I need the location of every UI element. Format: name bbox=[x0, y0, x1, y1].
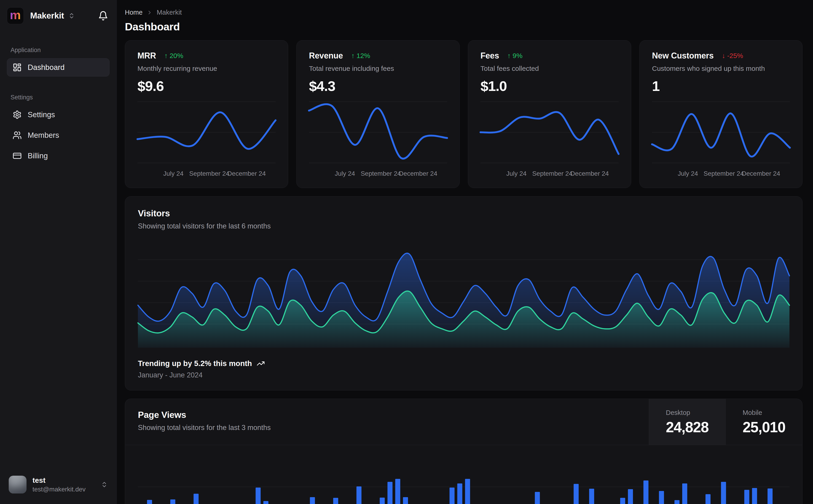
sidebar-item-members[interactable]: Members bbox=[7, 126, 109, 144]
stat-description: Total revenue including fees bbox=[309, 65, 447, 72]
chevron-right-icon bbox=[146, 10, 152, 16]
nav-section-settings: Settings bbox=[11, 94, 109, 101]
visitors-area-chart bbox=[138, 240, 789, 348]
mrr-x-axis: July 24September 24December 24 bbox=[137, 166, 276, 180]
logo-letter: m bbox=[10, 9, 21, 21]
axis-tick-label: December 24 bbox=[399, 170, 437, 177]
axis-tick-label: July 24 bbox=[506, 170, 527, 177]
page-views-subtitle: Showing total visitors for the last 3 mo… bbox=[138, 424, 636, 432]
stat-cards-row: MRR ↑ 20% Monthly recurring revenue $9.6… bbox=[125, 40, 802, 188]
page-title: Dashboard bbox=[125, 20, 802, 33]
workspace-selector[interactable]: m Makerkit bbox=[7, 7, 75, 24]
toggle-mobile[interactable]: Mobile 25,010 bbox=[725, 399, 802, 445]
visitors-subtitle: Showing total visitors for the last 6 mo… bbox=[138, 222, 789, 230]
visitors-title: Visitors bbox=[138, 208, 789, 218]
visitors-card: Visitors Showing total visitors for the … bbox=[125, 196, 802, 390]
page-views-title: Page Views bbox=[138, 410, 636, 420]
stat-title: MRR bbox=[137, 51, 156, 61]
arrow-up-icon: ↑ bbox=[164, 52, 167, 60]
toggle-desktop[interactable]: Desktop 24,828 bbox=[649, 399, 726, 445]
visitors-trend-text: Trending up by 5.2% this month bbox=[138, 359, 252, 368]
stat-value: 1 bbox=[652, 78, 790, 94]
users-icon bbox=[13, 131, 22, 140]
breadcrumb: Home Makerkit bbox=[125, 9, 802, 16]
arrow-down-icon: ↓ bbox=[722, 52, 725, 60]
stat-title: Revenue bbox=[309, 51, 343, 61]
breadcrumb-current: Makerkit bbox=[157, 9, 182, 16]
axis-tick-label: September 24 bbox=[189, 170, 230, 177]
sidebar-item-label: Settings bbox=[28, 110, 55, 119]
axis-tick-label: July 24 bbox=[163, 170, 183, 177]
visitors-period: January - June 2024 bbox=[138, 371, 789, 379]
stat-description: Customers who signed up this month bbox=[652, 65, 790, 72]
stat-description: Total fees collected bbox=[480, 65, 619, 72]
new-customers-sparkline-chart bbox=[652, 101, 790, 163]
trend-value: -25% bbox=[727, 52, 743, 60]
toggle-label: Desktop bbox=[666, 409, 709, 416]
stat-card-fees: Fees ↑ 9% Total fees collected $1.0 July… bbox=[468, 40, 631, 188]
arrow-up-icon: ↑ bbox=[507, 52, 511, 60]
notifications-button[interactable] bbox=[97, 9, 109, 22]
sidebar: m Makerkit Application Dashboard Setting… bbox=[0, 0, 117, 504]
sidebar-item-settings[interactable]: Settings bbox=[7, 106, 109, 124]
stat-value: $4.3 bbox=[309, 78, 447, 94]
axis-tick-label: December 24 bbox=[570, 170, 609, 177]
gear-icon bbox=[13, 110, 22, 119]
user-menu[interactable]: test test@makerkit.dev bbox=[7, 474, 109, 495]
new-customers-x-axis: July 24September 24December 24 bbox=[652, 166, 790, 180]
arrow-up-icon: ↑ bbox=[351, 52, 355, 60]
stat-card-new-customers: New Customers ↓ -25% Customers who signe… bbox=[640, 40, 802, 188]
stat-title: Fees bbox=[480, 51, 499, 61]
sidebar-item-label: Dashboard bbox=[28, 63, 64, 72]
axis-tick-label: December 24 bbox=[742, 170, 780, 177]
chevrons-up-down-icon bbox=[101, 481, 108, 488]
workspace-name: Makerkit bbox=[30, 11, 64, 21]
axis-tick-label: September 24 bbox=[704, 170, 744, 177]
fees-x-axis: July 24September 24December 24 bbox=[480, 166, 619, 180]
axis-tick-label: September 24 bbox=[361, 170, 401, 177]
stat-title: New Customers bbox=[652, 51, 714, 61]
main-content: Home Makerkit Dashboard MRR ↑ 20% Monthl… bbox=[117, 0, 813, 504]
makerkit-logo: m bbox=[7, 7, 24, 24]
credit-card-icon bbox=[13, 151, 22, 160]
axis-tick-label: December 24 bbox=[227, 170, 266, 177]
trend-badge: ↓ -25% bbox=[722, 52, 743, 60]
trend-badge: ↑ 9% bbox=[507, 52, 522, 60]
axis-tick-label: September 24 bbox=[532, 170, 572, 177]
toggle-value: 24,828 bbox=[666, 419, 709, 436]
trend-value: 20% bbox=[169, 52, 183, 60]
dashboard-icon bbox=[13, 63, 22, 72]
sidebar-header: m Makerkit bbox=[7, 7, 109, 24]
trend-value: 12% bbox=[357, 52, 370, 60]
chevrons-up-down-icon bbox=[68, 12, 75, 19]
sidebar-item-billing[interactable]: Billing bbox=[7, 147, 109, 165]
breadcrumb-home-link[interactable]: Home bbox=[125, 9, 142, 16]
revenue-x-axis: July 24September 24December 24 bbox=[309, 166, 447, 180]
page-views-bar-chart bbox=[138, 445, 789, 504]
toggle-label: Mobile bbox=[743, 409, 785, 416]
user-email: test@makerkit.dev bbox=[32, 486, 85, 493]
sidebar-item-label: Billing bbox=[28, 151, 48, 160]
stat-value: $1.0 bbox=[480, 78, 619, 94]
stat-value: $9.6 bbox=[137, 78, 276, 94]
bell-icon bbox=[98, 11, 108, 21]
stat-card-revenue: Revenue ↑ 12% Total revenue including fe… bbox=[296, 40, 460, 188]
trend-badge: ↑ 20% bbox=[164, 52, 183, 60]
stat-card-mrr: MRR ↑ 20% Monthly recurring revenue $9.6… bbox=[125, 40, 288, 188]
trend-badge: ↑ 12% bbox=[351, 52, 370, 60]
sidebar-item-label: Members bbox=[28, 131, 59, 140]
user-name: test bbox=[32, 476, 85, 485]
sidebar-item-dashboard[interactable]: Dashboard bbox=[7, 58, 109, 77]
toggle-value: 25,010 bbox=[743, 419, 785, 436]
trend-value: 9% bbox=[512, 52, 522, 60]
revenue-sparkline-chart bbox=[309, 101, 447, 163]
axis-tick-label: July 24 bbox=[335, 170, 355, 177]
mrr-sparkline-chart bbox=[137, 101, 276, 163]
fees-sparkline-chart bbox=[480, 101, 619, 163]
page-views-header: Page Views Showing total visitors for th… bbox=[125, 399, 802, 445]
trending-up-icon bbox=[257, 359, 265, 368]
page-views-card: Page Views Showing total visitors for th… bbox=[125, 399, 802, 504]
avatar bbox=[9, 476, 27, 493]
stat-description: Monthly recurring revenue bbox=[137, 65, 276, 72]
page-views-series-toggle: Desktop 24,828 Mobile 25,010 bbox=[649, 399, 802, 445]
